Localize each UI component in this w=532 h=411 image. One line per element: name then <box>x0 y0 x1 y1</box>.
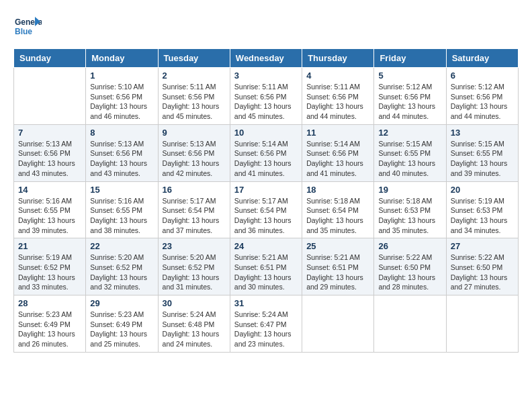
svg-text:Blue: Blue <box>15 27 32 36</box>
day-cell: 14Sunrise: 5:16 AMSunset: 6:55 PMDayligh… <box>14 181 86 238</box>
logo: General Blue <box>13 13 42 42</box>
day-info: Sunrise: 5:11 AMSunset: 6:56 PMDaylight:… <box>306 82 369 122</box>
day-cell <box>302 295 374 353</box>
day-number: 17 <box>234 185 298 195</box>
day-cell: 6Sunrise: 5:12 AMSunset: 6:56 PMDaylight… <box>446 68 518 125</box>
day-number: 20 <box>451 185 514 195</box>
day-cell: 22Sunrise: 5:20 AMSunset: 6:52 PMDayligh… <box>86 238 158 295</box>
day-cell: 17Sunrise: 5:17 AMSunset: 6:54 PMDayligh… <box>230 181 302 238</box>
day-info: Sunrise: 5:13 AMSunset: 6:56 PMDaylight:… <box>163 139 226 179</box>
col-header-saturday: Saturday <box>446 49 518 68</box>
day-info: Sunrise: 5:12 AMSunset: 6:56 PMDaylight:… <box>378 82 441 122</box>
day-number: 4 <box>306 71 369 81</box>
day-info: Sunrise: 5:21 AMSunset: 6:51 PMDaylight:… <box>234 253 298 292</box>
day-cell: 7Sunrise: 5:13 AMSunset: 6:56 PMDaylight… <box>14 124 86 181</box>
day-info: Sunrise: 5:16 AMSunset: 6:55 PMDaylight:… <box>18 196 81 236</box>
day-info: Sunrise: 5:12 AMSunset: 6:56 PMDaylight:… <box>451 82 514 122</box>
day-info: Sunrise: 5:22 AMSunset: 6:50 PMDaylight:… <box>378 253 441 292</box>
day-number: 12 <box>378 128 441 138</box>
day-info: Sunrise: 5:23 AMSunset: 6:49 PMDaylight:… <box>90 310 153 349</box>
day-cell: 8Sunrise: 5:13 AMSunset: 6:56 PMDaylight… <box>86 124 158 181</box>
day-cell: 28Sunrise: 5:23 AMSunset: 6:49 PMDayligh… <box>14 295 86 353</box>
day-info: Sunrise: 5:19 AMSunset: 6:53 PMDaylight:… <box>451 196 514 236</box>
day-info: Sunrise: 5:11 AMSunset: 6:56 PMDaylight:… <box>234 82 298 122</box>
header-row: SundayMondayTuesdayWednesdayThursdayFrid… <box>14 49 519 68</box>
day-number: 5 <box>378 71 441 81</box>
day-cell: 30Sunrise: 5:24 AMSunset: 6:48 PMDayligh… <box>158 295 230 353</box>
day-info: Sunrise: 5:11 AMSunset: 6:56 PMDaylight:… <box>163 82 226 122</box>
week-row-3: 14Sunrise: 5:16 AMSunset: 6:55 PMDayligh… <box>14 181 519 238</box>
day-info: Sunrise: 5:23 AMSunset: 6:49 PMDaylight:… <box>18 310 81 349</box>
day-info: Sunrise: 5:13 AMSunset: 6:56 PMDaylight:… <box>18 139 81 179</box>
day-cell: 9Sunrise: 5:13 AMSunset: 6:56 PMDaylight… <box>158 124 230 181</box>
day-number: 23 <box>163 241 226 251</box>
logo-svg: General Blue <box>13 13 42 42</box>
day-cell: 31Sunrise: 5:24 AMSunset: 6:47 PMDayligh… <box>230 295 302 353</box>
day-number: 28 <box>18 298 81 308</box>
day-info: Sunrise: 5:14 AMSunset: 6:56 PMDaylight:… <box>234 139 298 179</box>
day-number: 19 <box>378 185 441 195</box>
day-number: 26 <box>378 241 441 251</box>
day-number: 3 <box>234 71 298 81</box>
day-info: Sunrise: 5:18 AMSunset: 6:53 PMDaylight:… <box>378 196 441 236</box>
day-cell: 11Sunrise: 5:14 AMSunset: 6:56 PMDayligh… <box>302 124 374 181</box>
day-cell: 1Sunrise: 5:10 AMSunset: 6:56 PMDaylight… <box>86 68 158 125</box>
day-number: 30 <box>163 298 226 308</box>
day-cell: 25Sunrise: 5:21 AMSunset: 6:51 PMDayligh… <box>302 238 374 295</box>
day-cell: 20Sunrise: 5:19 AMSunset: 6:53 PMDayligh… <box>446 181 518 238</box>
day-number: 6 <box>451 71 514 81</box>
day-info: Sunrise: 5:14 AMSunset: 6:56 PMDaylight:… <box>306 139 369 179</box>
day-number: 31 <box>234 298 298 308</box>
day-info: Sunrise: 5:21 AMSunset: 6:51 PMDaylight:… <box>306 253 369 292</box>
col-header-friday: Friday <box>374 49 446 68</box>
day-number: 11 <box>306 128 369 138</box>
calendar: SundayMondayTuesdayWednesdayThursdayFrid… <box>13 48 519 353</box>
day-cell: 4Sunrise: 5:11 AMSunset: 6:56 PMDaylight… <box>302 68 374 125</box>
day-number: 21 <box>18 241 81 251</box>
col-header-wednesday: Wednesday <box>230 49 302 68</box>
day-number: 9 <box>163 128 226 138</box>
day-cell: 19Sunrise: 5:18 AMSunset: 6:53 PMDayligh… <box>374 181 446 238</box>
day-info: Sunrise: 5:15 AMSunset: 6:55 PMDaylight:… <box>451 139 514 179</box>
day-info: Sunrise: 5:20 AMSunset: 6:52 PMDaylight:… <box>90 253 153 292</box>
day-info: Sunrise: 5:19 AMSunset: 6:52 PMDaylight:… <box>18 253 81 292</box>
day-number: 2 <box>163 71 226 81</box>
day-number: 8 <box>90 128 153 138</box>
day-cell: 29Sunrise: 5:23 AMSunset: 6:49 PMDayligh… <box>86 295 158 353</box>
day-cell: 27Sunrise: 5:22 AMSunset: 6:50 PMDayligh… <box>446 238 518 295</box>
day-cell <box>374 295 446 353</box>
day-cell <box>446 295 518 353</box>
day-info: Sunrise: 5:24 AMSunset: 6:48 PMDaylight:… <box>163 310 226 349</box>
day-info: Sunrise: 5:18 AMSunset: 6:54 PMDaylight:… <box>306 196 369 236</box>
day-cell: 13Sunrise: 5:15 AMSunset: 6:55 PMDayligh… <box>446 124 518 181</box>
day-cell: 12Sunrise: 5:15 AMSunset: 6:55 PMDayligh… <box>374 124 446 181</box>
col-header-sunday: Sunday <box>14 49 86 68</box>
day-cell: 23Sunrise: 5:20 AMSunset: 6:52 PMDayligh… <box>158 238 230 295</box>
day-number: 22 <box>90 241 153 251</box>
day-cell: 15Sunrise: 5:16 AMSunset: 6:55 PMDayligh… <box>86 181 158 238</box>
day-number: 18 <box>306 185 369 195</box>
week-row-4: 21Sunrise: 5:19 AMSunset: 6:52 PMDayligh… <box>14 238 519 295</box>
day-info: Sunrise: 5:17 AMSunset: 6:54 PMDaylight:… <box>163 196 226 236</box>
day-number: 15 <box>90 185 153 195</box>
day-number: 13 <box>451 128 514 138</box>
day-cell: 10Sunrise: 5:14 AMSunset: 6:56 PMDayligh… <box>230 124 302 181</box>
day-info: Sunrise: 5:24 AMSunset: 6:47 PMDaylight:… <box>234 310 298 349</box>
day-number: 24 <box>234 241 298 251</box>
day-number: 29 <box>90 298 153 308</box>
day-cell: 16Sunrise: 5:17 AMSunset: 6:54 PMDayligh… <box>158 181 230 238</box>
day-cell: 24Sunrise: 5:21 AMSunset: 6:51 PMDayligh… <box>230 238 302 295</box>
day-number: 7 <box>18 128 81 138</box>
day-cell: 2Sunrise: 5:11 AMSunset: 6:56 PMDaylight… <box>158 68 230 125</box>
header: General Blue <box>13 13 519 42</box>
day-number: 10 <box>234 128 298 138</box>
day-cell: 18Sunrise: 5:18 AMSunset: 6:54 PMDayligh… <box>302 181 374 238</box>
day-cell: 26Sunrise: 5:22 AMSunset: 6:50 PMDayligh… <box>374 238 446 295</box>
day-info: Sunrise: 5:17 AMSunset: 6:54 PMDaylight:… <box>234 196 298 236</box>
week-row-1: 1Sunrise: 5:10 AMSunset: 6:56 PMDaylight… <box>14 68 519 125</box>
day-number: 14 <box>18 185 81 195</box>
week-row-5: 28Sunrise: 5:23 AMSunset: 6:49 PMDayligh… <box>14 295 519 353</box>
day-cell: 3Sunrise: 5:11 AMSunset: 6:56 PMDaylight… <box>230 68 302 125</box>
col-header-monday: Monday <box>86 49 158 68</box>
day-info: Sunrise: 5:10 AMSunset: 6:56 PMDaylight:… <box>90 82 153 122</box>
